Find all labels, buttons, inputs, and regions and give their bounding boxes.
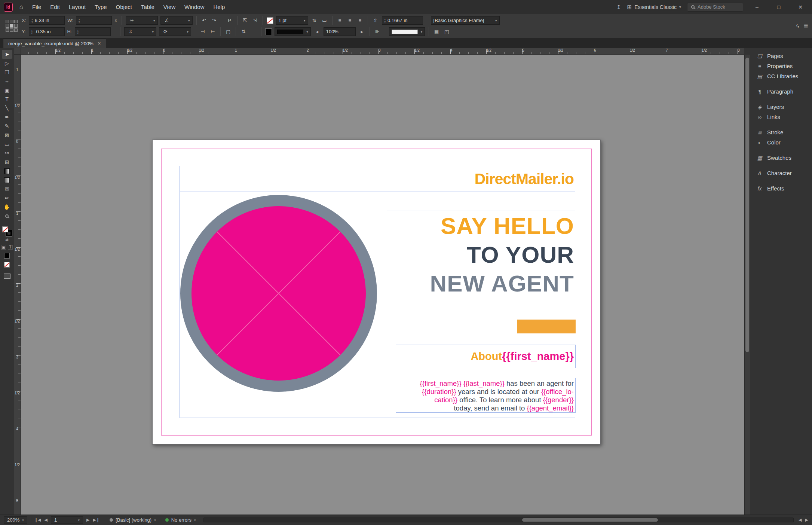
- type-tool[interactable]: T: [2, 95, 12, 104]
- selection-tool[interactable]: ➤: [2, 50, 12, 59]
- stepper-icon[interactable]: ▴▾: [77, 29, 79, 34]
- image-placeholder-circle[interactable]: [179, 193, 379, 393]
- content-collector-tool[interactable]: ▣: [2, 86, 12, 95]
- corner-options-icon[interactable]: ▭: [321, 16, 328, 25]
- tab-close-icon[interactable]: ✕: [98, 41, 101, 46]
- canvas-pasteboard[interactable]: DirectMailer.io SAY HELLOTO YOURNEW AGEN…: [21, 55, 744, 515]
- fill-stroke-proxy[interactable]: [2, 226, 12, 236]
- apply-none-button[interactable]: [4, 262, 10, 268]
- restore-button[interactable]: □: [771, 0, 787, 14]
- orange-accent-bar[interactable]: [517, 320, 576, 333]
- gradient-swatch-tool[interactable]: [2, 167, 12, 175]
- scissors-tool[interactable]: ✂: [2, 149, 12, 158]
- rotation-combo[interactable]: ⟳▾: [159, 27, 191, 36]
- panel-links[interactable]: ∞Links: [750, 112, 812, 122]
- workspace-switcher[interactable]: ⊞ Essentials Classic ▾: [627, 4, 681, 10]
- line-tool[interactable]: ╲: [2, 104, 12, 113]
- quick-apply-icon[interactable]: ϟ: [796, 23, 799, 29]
- h-ruler[interactable]: 1/211/201/211/221/231/241/251/261/271/28: [21, 48, 744, 55]
- gap-tool[interactable]: ⇔: [2, 77, 12, 86]
- first-page-button[interactable]: ❙◀: [34, 518, 41, 522]
- close-button[interactable]: ✕: [793, 0, 808, 14]
- vertical-scrollbar[interactable]: [744, 55, 750, 515]
- fit-frame-icon[interactable]: ⇲: [251, 16, 259, 25]
- fill-color-swatch[interactable]: [265, 28, 272, 35]
- menu-table[interactable]: Table: [137, 0, 159, 14]
- x-position-field[interactable]: ▴▾6.33 in: [29, 16, 65, 25]
- menu-file[interactable]: File: [28, 0, 46, 14]
- page-number-combo[interactable]: 1 ▾: [51, 516, 83, 524]
- rotate-cw-icon[interactable]: ↷: [211, 16, 218, 25]
- horizontal-scrollbar[interactable]: [203, 518, 794, 522]
- effects-fx-icon[interactable]: fx: [311, 16, 318, 25]
- v-ruler[interactable]: 11/201/211/221/231/241/25: [14, 55, 21, 515]
- zoom-tool[interactable]: [2, 211, 12, 220]
- rotate-ccw-icon[interactable]: ↶: [200, 16, 208, 25]
- screen-mode-button[interactable]: [4, 274, 10, 279]
- swap-fill-stroke-icon[interactable]: ⇄: [5, 238, 8, 242]
- width-field[interactable]: ▴▾: [76, 16, 112, 25]
- direct-selection-tool[interactable]: ▷: [2, 59, 12, 68]
- opacity-combo[interactable]: ▾: [389, 27, 425, 36]
- panel-paragraph[interactable]: ¶Paragraph: [750, 86, 812, 97]
- panel-swatches[interactable]: ▦Swatches: [750, 153, 812, 163]
- panel-pages[interactable]: ❏Pages: [750, 51, 812, 61]
- preflight-status[interactable]: No errors ▾: [162, 516, 199, 524]
- stepper-icon[interactable]: ▴▾: [79, 18, 80, 23]
- flip-horizontal-icon[interactable]: ⊣: [199, 28, 206, 36]
- skew-combo[interactable]: ∠▾: [160, 16, 193, 25]
- rectangle-tool[interactable]: ▭: [2, 140, 12, 149]
- align-center-icon[interactable]: ≡: [346, 16, 354, 25]
- preflight-profile-combo[interactable]: [Basic] (working) ▾: [107, 516, 159, 524]
- scale-percent-field[interactable]: 100%: [324, 27, 356, 36]
- align-right-icon[interactable]: ≡: [356, 16, 364, 25]
- body-text[interactable]: {{first_name}} {{last_name}} has been an…: [396, 378, 576, 413]
- logo-text-frame[interactable]: DirectMailer.io: [180, 166, 575, 192]
- panel-properties[interactable]: ≡Properties: [750, 61, 812, 71]
- formatting-affects-text-icon[interactable]: T: [8, 245, 13, 250]
- menu-help[interactable]: Help: [209, 0, 229, 14]
- menu-type[interactable]: Type: [90, 0, 111, 14]
- share-icon[interactable]: ↥: [616, 4, 621, 10]
- align-left-icon[interactable]: ≡: [336, 16, 344, 25]
- document-tab[interactable]: merge_variable_example.indd @ 200% ✕: [3, 39, 106, 48]
- decrease-scale-icon[interactable]: ◂: [313, 28, 321, 36]
- stepper-icon[interactable]: ▴▾: [31, 18, 33, 23]
- stock-search-input[interactable]: Adobe Stock: [687, 3, 743, 12]
- scroll-right-button[interactable]: ▶: [805, 518, 808, 522]
- scale-x-combo[interactable]: ⇿▾: [126, 16, 158, 25]
- previous-page-button[interactable]: ◀: [44, 518, 47, 522]
- panel-cc-libraries[interactable]: ▤CC Libraries: [750, 71, 812, 81]
- stepper-icon[interactable]: ▴▾: [31, 29, 33, 34]
- reference-point-proxy[interactable]: [5, 19, 18, 32]
- stepper-icon[interactable]: ▴▾: [384, 18, 386, 23]
- color-theme-tool[interactable]: ✑: [2, 193, 12, 202]
- free-transform-tool[interactable]: ⊞: [2, 158, 12, 167]
- panel-menu-icon[interactable]: ≣: [803, 23, 808, 30]
- formatting-affects-container-icon[interactable]: ▣: [1, 245, 6, 250]
- menu-object[interactable]: Object: [111, 0, 137, 14]
- last-page-button[interactable]: ▶❙: [93, 518, 99, 522]
- zoom-level-combo[interactable]: 200% ▾: [4, 516, 27, 524]
- panel-effects[interactable]: fxEffects: [750, 183, 812, 193]
- hand-tool[interactable]: ✋: [2, 202, 12, 211]
- stroke-none-swatch[interactable]: [267, 17, 273, 24]
- scale-y-combo[interactable]: ⇳▾: [124, 27, 156, 36]
- panel-character[interactable]: ACharacter: [750, 168, 812, 178]
- minimize-button[interactable]: –: [749, 0, 765, 14]
- document-page[interactable]: DirectMailer.io SAY HELLOTO YOURNEW AGEN…: [152, 140, 601, 445]
- y-position-field[interactable]: ▴▾-0.35 in: [29, 27, 65, 36]
- about-text-frame[interactable]: About {{first_name}}: [396, 345, 576, 368]
- vertical-scrollbar-thumb[interactable]: [745, 58, 749, 352]
- pencil-tool[interactable]: ✎: [2, 122, 12, 131]
- gap-size-field[interactable]: ▴▾0.1667 in: [382, 16, 423, 25]
- home-icon[interactable]: ⌂: [16, 3, 27, 11]
- align-objects-icon[interactable]: ⊪: [374, 28, 381, 36]
- headline-text-frame[interactable]: SAY HELLOTO YOURNEW AGENT: [387, 211, 575, 298]
- flip-vertical-icon[interactable]: ⊢: [209, 28, 217, 36]
- panel-layers[interactable]: ◈Layers: [750, 102, 812, 112]
- scroll-left-button[interactable]: ◀: [799, 518, 802, 522]
- page-tool[interactable]: ❐: [2, 68, 12, 77]
- note-tool[interactable]: ✉: [2, 184, 12, 193]
- menu-edit[interactable]: Edit: [46, 0, 64, 14]
